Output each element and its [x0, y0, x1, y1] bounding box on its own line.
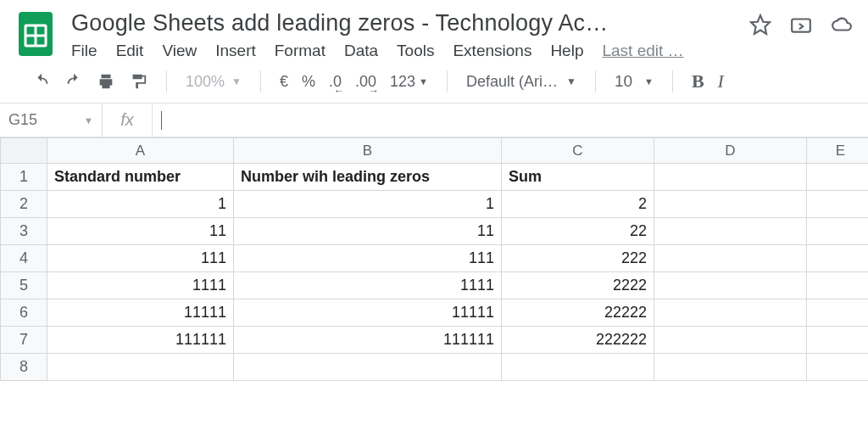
paint-format-button[interactable] [129, 72, 147, 91]
row-header[interactable]: 2 [1, 191, 47, 218]
cell-C5[interactable]: 2222 [502, 272, 654, 299]
row-header[interactable]: 6 [1, 299, 47, 327]
text-caret [161, 111, 162, 130]
star-icon[interactable] [749, 14, 771, 36]
last-edit-link[interactable]: Last edit … [602, 42, 683, 60]
row-header[interactable]: 1 [1, 164, 47, 191]
cell-B6[interactable]: 11111 [234, 299, 502, 327]
menu-extensions[interactable]: Extensions [453, 42, 531, 60]
column-header-B[interactable]: B [234, 138, 502, 164]
cell-E7[interactable] [807, 327, 869, 354]
cell-D6[interactable] [654, 299, 807, 327]
cell-C1[interactable]: Sum [502, 164, 654, 191]
zoom-value: 100% [186, 73, 225, 91]
increase-decimal-button[interactable]: .00 → [355, 73, 376, 91]
cell-E1[interactable] [807, 164, 869, 191]
chevron-down-icon: ▼ [84, 115, 93, 126]
bold-button[interactable]: B [692, 70, 704, 92]
cell-B8[interactable] [234, 354, 502, 381]
currency-button[interactable]: € [280, 73, 288, 91]
cell-B7[interactable]: 111111 [234, 327, 502, 354]
toolbar-separator [672, 70, 673, 92]
cell-E6[interactable] [807, 299, 869, 327]
table-row: 8 [1, 354, 869, 381]
chevron-down-icon: ▼ [419, 76, 428, 87]
select-all-corner[interactable] [1, 138, 47, 164]
cell-D8[interactable] [654, 354, 807, 381]
cell-B4[interactable]: 111 [234, 245, 502, 272]
row-header[interactable]: 8 [1, 354, 47, 381]
zoom-dropdown[interactable]: 100% ▼ [186, 73, 242, 91]
decrease-decimal-button[interactable]: .0 ← [329, 73, 342, 91]
cell-D2[interactable] [654, 191, 807, 218]
cell-A4[interactable]: 111 [47, 245, 234, 272]
formula-input[interactable] [153, 104, 868, 137]
cell-B5[interactable]: 1111 [234, 272, 502, 299]
cell-A7[interactable]: 111111 [47, 327, 234, 354]
svg-marker-4 [751, 15, 770, 34]
cell-C2[interactable]: 2 [502, 191, 654, 218]
document-title[interactable]: Google Sheets add leading zeros - Techno… [71, 8, 648, 40]
cell-D5[interactable] [654, 272, 807, 299]
number-format-dropdown[interactable]: 123 ▼ [390, 73, 428, 91]
toolbar: 100% ▼ € % .0 ← .00 → 123 ▼ Default (Ari… [0, 64, 868, 103]
row-header[interactable]: 7 [1, 327, 47, 354]
cell-A5[interactable]: 1111 [47, 272, 234, 299]
name-box[interactable]: G15 ▼ [0, 104, 102, 137]
cell-C6[interactable]: 22222 [502, 299, 654, 327]
column-header-C[interactable]: C [502, 138, 654, 164]
cell-A8[interactable] [47, 354, 234, 381]
spreadsheet-grid[interactable]: A B C D E 1 Standard number Number wih l… [0, 137, 868, 381]
cell-B2[interactable]: 1 [234, 191, 502, 218]
active-cell-reference: G15 [8, 111, 37, 129]
menu-format[interactable]: Format [275, 42, 326, 60]
cell-B3[interactable]: 11 [234, 218, 502, 245]
cell-C3[interactable]: 22 [502, 218, 654, 245]
menu-data[interactable]: Data [344, 42, 378, 60]
cloud-sync-icon[interactable] [831, 14, 853, 36]
cell-E3[interactable] [807, 218, 869, 245]
font-family-dropdown[interactable]: Default (Ari… ▼ [466, 73, 576, 91]
cell-E5[interactable] [807, 272, 869, 299]
cell-D3[interactable] [654, 218, 807, 245]
cell-E2[interactable] [807, 191, 869, 218]
cell-C8[interactable] [502, 354, 654, 381]
redo-button[interactable] [64, 72, 83, 91]
cell-C4[interactable]: 222 [502, 245, 654, 272]
cell-A1[interactable]: Standard number [47, 164, 234, 191]
print-button[interactable] [97, 72, 115, 91]
italic-button[interactable]: I [718, 70, 724, 92]
row-header[interactable]: 5 [1, 272, 47, 299]
title-actions [749, 8, 853, 36]
cell-D1[interactable] [654, 164, 807, 191]
chevron-down-icon: ▼ [231, 76, 242, 87]
cell-D7[interactable] [654, 327, 807, 354]
cell-B1[interactable]: Number wih leading zeros [234, 164, 502, 191]
cell-A2[interactable]: 1 [47, 191, 234, 218]
cell-A6[interactable]: 11111 [47, 299, 234, 327]
column-header-E[interactable]: E [807, 138, 869, 164]
menu-file[interactable]: File [71, 42, 97, 60]
column-header-D[interactable]: D [654, 138, 807, 164]
menu-insert[interactable]: Insert [215, 42, 256, 60]
sheets-logo[interactable] [15, 8, 56, 59]
menu-edit[interactable]: Edit [116, 42, 144, 60]
menu-view[interactable]: View [162, 42, 197, 60]
row-header[interactable]: 4 [1, 245, 47, 272]
menu-tools[interactable]: Tools [397, 42, 434, 60]
cell-D4[interactable] [654, 245, 807, 272]
row-header[interactable]: 3 [1, 218, 47, 245]
cell-E8[interactable] [807, 354, 869, 381]
toolbar-separator [595, 70, 596, 92]
column-header-A[interactable]: A [47, 138, 234, 164]
cell-A3[interactable]: 11 [47, 218, 234, 245]
menu-help[interactable]: Help [550, 42, 583, 60]
move-to-folder-icon[interactable] [790, 14, 812, 36]
percent-button[interactable]: % [302, 73, 315, 91]
undo-button[interactable] [32, 72, 51, 91]
cell-C7[interactable]: 222222 [502, 327, 654, 354]
toolbar-separator [260, 70, 261, 92]
table-row: 1 Standard number Number wih leading zer… [1, 164, 869, 191]
cell-E4[interactable] [807, 245, 869, 272]
font-size-dropdown[interactable]: 10 ▼ [615, 72, 654, 91]
